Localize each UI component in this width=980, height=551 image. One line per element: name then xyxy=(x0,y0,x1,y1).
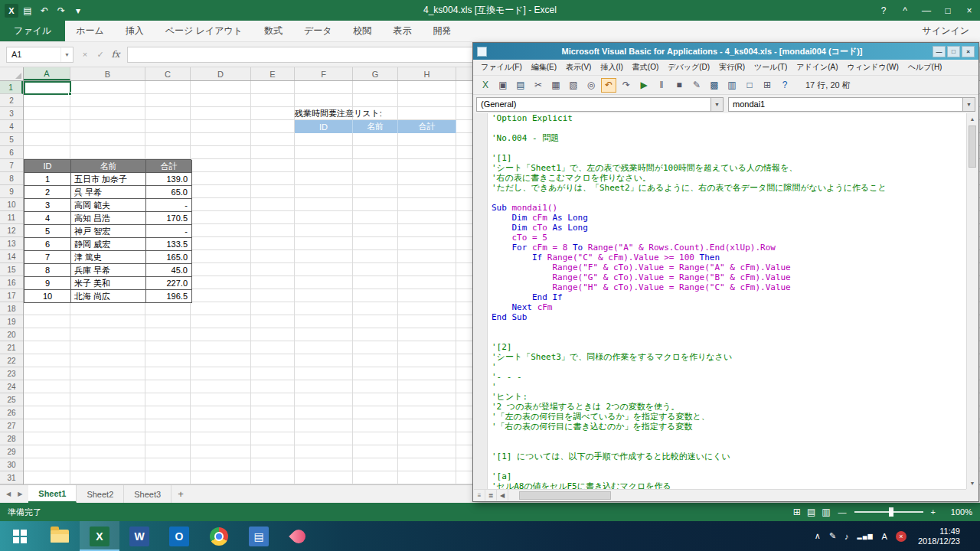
vba-restore-icon[interactable]: □ xyxy=(947,46,960,57)
object-combo[interactable]: (General) ▼ xyxy=(476,97,724,112)
chrome-taskbar-button[interactable] xyxy=(199,521,239,551)
vba-menu-item-2[interactable]: 表示(V) xyxy=(561,62,596,73)
undo-icon[interactable]: ↶ xyxy=(601,78,616,93)
table-cell[interactable]: 139.0 xyxy=(146,173,192,186)
column-header-D[interactable]: D xyxy=(191,67,251,80)
save-icon[interactable]: ▤ xyxy=(513,78,528,93)
table-cell[interactable]: 五日市 加奈子 xyxy=(71,173,146,186)
find-icon[interactable]: ◎ xyxy=(583,78,599,93)
new-sheet-button[interactable]: + xyxy=(172,485,190,503)
vba-menu-item-3[interactable]: 挿入(I) xyxy=(596,62,627,73)
zoom-slider-thumb[interactable] xyxy=(889,507,893,517)
ribbon-tab-6[interactable]: 校閲 xyxy=(343,21,383,41)
row-header-1[interactable]: 1 xyxy=(0,81,23,94)
file-explorer-button[interactable] xyxy=(40,521,80,551)
undo-icon[interactable]: ↶ xyxy=(37,3,52,18)
table-cell[interactable]: 兵庫 早希 xyxy=(71,264,146,277)
row-header-11[interactable]: 11 xyxy=(0,211,23,224)
sheet-tab-Sheet1[interactable]: Sheet1 xyxy=(28,485,77,503)
row-header-5[interactable]: 5 xyxy=(0,133,23,146)
horizontal-scrollbar[interactable]: ≡ ≣ ◀ xyxy=(474,489,966,500)
table-cell[interactable]: 米子 美和 xyxy=(71,277,146,290)
table-cell[interactable]: 6 xyxy=(24,238,71,251)
row-header-19[interactable]: 19 xyxy=(0,315,23,328)
ribbon-options-icon[interactable]: ^ xyxy=(894,0,916,21)
word-taskbar-button[interactable]: W xyxy=(119,521,159,551)
redo-icon[interactable]: ↷ xyxy=(54,3,69,18)
sheet-nav-left-icon[interactable]: ◀ xyxy=(6,491,11,497)
sheet-nav-right-icon[interactable]: ▶ xyxy=(18,491,22,497)
vertical-scroll-thumb[interactable] xyxy=(969,126,976,168)
row-header-25[interactable]: 25 xyxy=(0,393,23,406)
column-header-C[interactable]: C xyxy=(145,67,191,80)
row-header-29[interactable]: 29 xyxy=(0,445,23,458)
column-header-E[interactable]: E xyxy=(251,67,295,80)
fill-handle[interactable] xyxy=(68,92,72,96)
table-cell[interactable]: 7 xyxy=(24,251,71,264)
start-button[interactable] xyxy=(0,521,40,551)
save-icon[interactable]: ▤ xyxy=(20,3,35,18)
break-icon[interactable]: ‖ xyxy=(654,78,669,93)
row-header-26[interactable]: 26 xyxy=(0,406,23,419)
table-cell[interactable]: 4 xyxy=(24,212,71,225)
table-cell[interactable]: - xyxy=(146,225,192,238)
blue-app-taskbar-button[interactable]: ▤ xyxy=(239,521,279,551)
code-margin-bar[interactable] xyxy=(474,113,488,489)
row-header-20[interactable]: 20 xyxy=(0,328,23,341)
signin-button[interactable]: サインイン xyxy=(923,21,969,41)
row-header-23[interactable]: 23 xyxy=(0,367,23,380)
table-cell[interactable]: 9 xyxy=(24,277,71,290)
row-header-28[interactable]: 28 xyxy=(0,432,23,445)
ribbon-tab-5[interactable]: データ xyxy=(293,21,343,41)
row-header-24[interactable]: 24 xyxy=(0,380,23,393)
select-all-corner[interactable] xyxy=(0,67,24,80)
name-box-dropdown-icon[interactable]: ▼ xyxy=(60,47,73,62)
properties-icon[interactable]: ▥ xyxy=(724,78,740,93)
help-icon[interactable]: ? xyxy=(777,78,792,93)
table-cell[interactable]: - xyxy=(146,199,192,212)
column-header-B[interactable]: B xyxy=(70,67,145,80)
scroll-up-icon[interactable]: ▲ xyxy=(967,113,978,125)
ribbon-tab-8[interactable]: 開発 xyxy=(423,21,462,41)
table-cell[interactable]: 北海 尚広 xyxy=(71,290,146,303)
normal-view-icon[interactable]: ⊞ xyxy=(793,507,801,517)
volume-icon[interactable]: ♪ xyxy=(844,532,849,541)
row-header-10[interactable]: 10 xyxy=(0,198,23,211)
full-module-view-icon[interactable]: ≣ xyxy=(485,490,497,500)
table-cell[interactable]: 227.0 xyxy=(146,277,192,290)
vba-menu-item-10[interactable]: ヘルプ(H) xyxy=(903,62,947,73)
row-header-7[interactable]: 7 xyxy=(0,159,23,172)
help-icon[interactable]: ? xyxy=(873,0,894,21)
reset-icon[interactable]: ■ xyxy=(671,78,687,93)
active-cell-A1[interactable] xyxy=(24,81,71,95)
table-cell[interactable]: 196.5 xyxy=(146,290,192,303)
table-cell[interactable]: 170.5 xyxy=(146,212,192,225)
project-explorer-icon[interactable]: ▩ xyxy=(707,78,722,93)
vba-menu-item-7[interactable]: ツール(T) xyxy=(750,62,792,73)
table-cell[interactable]: 8 xyxy=(24,264,71,277)
close-icon[interactable]: × xyxy=(959,0,980,21)
run-icon[interactable]: ▶ xyxy=(636,78,652,93)
column-header-H[interactable]: H xyxy=(398,67,456,80)
row-header-30[interactable]: 30 xyxy=(0,458,23,471)
redo-icon[interactable]: ↷ xyxy=(619,78,634,93)
table-cell[interactable]: 呉 早希 xyxy=(71,186,146,199)
scroll-down-icon[interactable]: ▼ xyxy=(967,478,978,489)
row-header-16[interactable]: 16 xyxy=(0,276,23,289)
row-header-31[interactable]: 31 xyxy=(0,471,23,484)
row-header-4[interactable]: 4 xyxy=(0,120,23,133)
vba-menu-item-0[interactable]: ファイル(F) xyxy=(476,62,527,73)
row-header-6[interactable]: 6 xyxy=(0,146,23,159)
table-cell[interactable]: 高知 昌浩 xyxy=(71,212,146,225)
outlook-taskbar-button[interactable]: O xyxy=(159,521,199,551)
vba-menu-item-5[interactable]: デバッグ(D) xyxy=(663,62,714,73)
ime-indicator[interactable]: A xyxy=(882,532,887,541)
paste-icon[interactable]: ▧ xyxy=(566,78,581,93)
row-header-8[interactable]: 8 xyxy=(0,172,23,185)
view-excel-icon[interactable]: X xyxy=(478,78,493,93)
row-header-17[interactable]: 17 xyxy=(0,289,23,302)
page-layout-view-icon[interactable]: ▤ xyxy=(807,507,815,517)
table-cell[interactable]: 165.0 xyxy=(146,251,192,264)
vba-close-icon[interactable]: × xyxy=(962,46,975,57)
vba-minimize-icon[interactable]: — xyxy=(933,46,946,57)
